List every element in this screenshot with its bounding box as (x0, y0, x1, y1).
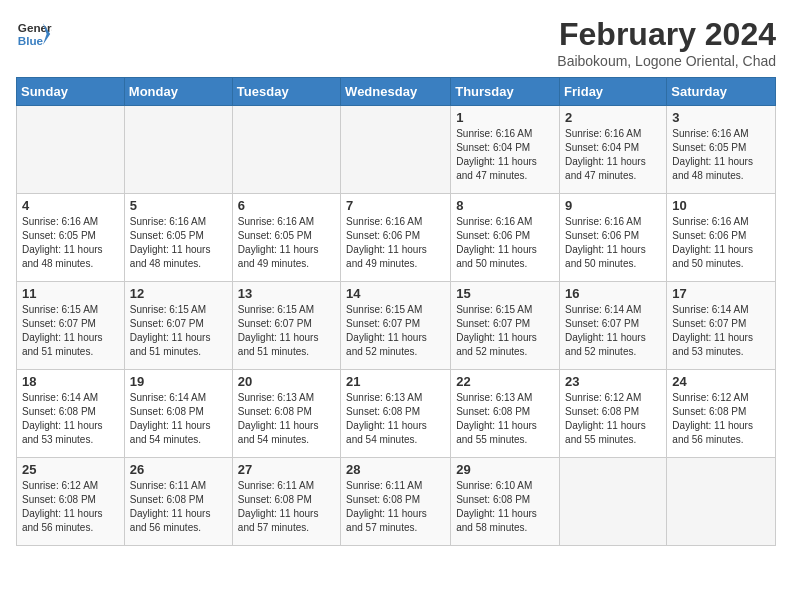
cell-info: Sunrise: 6:12 AM Sunset: 6:08 PM Dayligh… (22, 479, 119, 535)
day-number: 15 (456, 286, 554, 301)
calendar-cell: 9Sunrise: 6:16 AM Sunset: 6:06 PM Daylig… (560, 194, 667, 282)
logo: General Blue (16, 16, 52, 52)
cell-info: Sunrise: 6:16 AM Sunset: 6:05 PM Dayligh… (672, 127, 770, 183)
calendar-week-row: 25Sunrise: 6:12 AM Sunset: 6:08 PM Dayli… (17, 458, 776, 546)
calendar-cell: 6Sunrise: 6:16 AM Sunset: 6:05 PM Daylig… (232, 194, 340, 282)
cell-info: Sunrise: 6:14 AM Sunset: 6:08 PM Dayligh… (22, 391, 119, 447)
cell-info: Sunrise: 6:16 AM Sunset: 6:06 PM Dayligh… (456, 215, 554, 271)
weekday-header-row: SundayMondayTuesdayWednesdayThursdayFrid… (17, 78, 776, 106)
calendar-cell: 3Sunrise: 6:16 AM Sunset: 6:05 PM Daylig… (667, 106, 776, 194)
calendar-cell (232, 106, 340, 194)
day-number: 28 (346, 462, 445, 477)
day-number: 27 (238, 462, 335, 477)
cell-info: Sunrise: 6:16 AM Sunset: 6:04 PM Dayligh… (565, 127, 661, 183)
calendar-cell: 4Sunrise: 6:16 AM Sunset: 6:05 PM Daylig… (17, 194, 125, 282)
calendar-cell: 13Sunrise: 6:15 AM Sunset: 6:07 PM Dayli… (232, 282, 340, 370)
calendar-week-row: 1Sunrise: 6:16 AM Sunset: 6:04 PM Daylig… (17, 106, 776, 194)
calendar-cell (560, 458, 667, 546)
day-number: 18 (22, 374, 119, 389)
day-number: 21 (346, 374, 445, 389)
calendar-cell: 28Sunrise: 6:11 AM Sunset: 6:08 PM Dayli… (341, 458, 451, 546)
cell-info: Sunrise: 6:16 AM Sunset: 6:05 PM Dayligh… (130, 215, 227, 271)
calendar-cell: 5Sunrise: 6:16 AM Sunset: 6:05 PM Daylig… (124, 194, 232, 282)
calendar-cell: 21Sunrise: 6:13 AM Sunset: 6:08 PM Dayli… (341, 370, 451, 458)
cell-info: Sunrise: 6:16 AM Sunset: 6:04 PM Dayligh… (456, 127, 554, 183)
day-number: 16 (565, 286, 661, 301)
calendar-cell (17, 106, 125, 194)
day-number: 9 (565, 198, 661, 213)
day-number: 14 (346, 286, 445, 301)
calendar-cell (341, 106, 451, 194)
day-number: 5 (130, 198, 227, 213)
cell-info: Sunrise: 6:14 AM Sunset: 6:07 PM Dayligh… (672, 303, 770, 359)
title-block: February 2024 Baibokoum, Logone Oriental… (557, 16, 776, 69)
calendar-cell: 1Sunrise: 6:16 AM Sunset: 6:04 PM Daylig… (451, 106, 560, 194)
calendar-cell: 26Sunrise: 6:11 AM Sunset: 6:08 PM Dayli… (124, 458, 232, 546)
cell-info: Sunrise: 6:16 AM Sunset: 6:06 PM Dayligh… (672, 215, 770, 271)
weekday-header-wednesday: Wednesday (341, 78, 451, 106)
calendar-cell: 25Sunrise: 6:12 AM Sunset: 6:08 PM Dayli… (17, 458, 125, 546)
location-subtitle: Baibokoum, Logone Oriental, Chad (557, 53, 776, 69)
day-number: 8 (456, 198, 554, 213)
calendar-cell: 19Sunrise: 6:14 AM Sunset: 6:08 PM Dayli… (124, 370, 232, 458)
cell-info: Sunrise: 6:12 AM Sunset: 6:08 PM Dayligh… (672, 391, 770, 447)
cell-info: Sunrise: 6:16 AM Sunset: 6:06 PM Dayligh… (346, 215, 445, 271)
calendar-cell: 22Sunrise: 6:13 AM Sunset: 6:08 PM Dayli… (451, 370, 560, 458)
weekday-header-thursday: Thursday (451, 78, 560, 106)
cell-info: Sunrise: 6:13 AM Sunset: 6:08 PM Dayligh… (238, 391, 335, 447)
cell-info: Sunrise: 6:13 AM Sunset: 6:08 PM Dayligh… (456, 391, 554, 447)
calendar-cell: 14Sunrise: 6:15 AM Sunset: 6:07 PM Dayli… (341, 282, 451, 370)
day-number: 26 (130, 462, 227, 477)
month-title: February 2024 (557, 16, 776, 53)
cell-info: Sunrise: 6:15 AM Sunset: 6:07 PM Dayligh… (346, 303, 445, 359)
calendar-week-row: 4Sunrise: 6:16 AM Sunset: 6:05 PM Daylig… (17, 194, 776, 282)
calendar-cell: 16Sunrise: 6:14 AM Sunset: 6:07 PM Dayli… (560, 282, 667, 370)
day-number: 2 (565, 110, 661, 125)
cell-info: Sunrise: 6:15 AM Sunset: 6:07 PM Dayligh… (22, 303, 119, 359)
cell-info: Sunrise: 6:16 AM Sunset: 6:05 PM Dayligh… (238, 215, 335, 271)
calendar-cell (667, 458, 776, 546)
page-header: General Blue February 2024 Baibokoum, Lo… (16, 16, 776, 69)
cell-info: Sunrise: 6:14 AM Sunset: 6:07 PM Dayligh… (565, 303, 661, 359)
cell-info: Sunrise: 6:16 AM Sunset: 6:05 PM Dayligh… (22, 215, 119, 271)
calendar-cell: 8Sunrise: 6:16 AM Sunset: 6:06 PM Daylig… (451, 194, 560, 282)
day-number: 4 (22, 198, 119, 213)
day-number: 10 (672, 198, 770, 213)
weekday-header-friday: Friday (560, 78, 667, 106)
day-number: 3 (672, 110, 770, 125)
day-number: 13 (238, 286, 335, 301)
calendar-cell (124, 106, 232, 194)
calendar-week-row: 11Sunrise: 6:15 AM Sunset: 6:07 PM Dayli… (17, 282, 776, 370)
cell-info: Sunrise: 6:11 AM Sunset: 6:08 PM Dayligh… (346, 479, 445, 535)
day-number: 1 (456, 110, 554, 125)
weekday-header-sunday: Sunday (17, 78, 125, 106)
weekday-header-saturday: Saturday (667, 78, 776, 106)
calendar-cell: 20Sunrise: 6:13 AM Sunset: 6:08 PM Dayli… (232, 370, 340, 458)
day-number: 6 (238, 198, 335, 213)
calendar-cell: 11Sunrise: 6:15 AM Sunset: 6:07 PM Dayli… (17, 282, 125, 370)
calendar-cell: 7Sunrise: 6:16 AM Sunset: 6:06 PM Daylig… (341, 194, 451, 282)
cell-info: Sunrise: 6:14 AM Sunset: 6:08 PM Dayligh… (130, 391, 227, 447)
svg-text:Blue: Blue (18, 34, 44, 47)
calendar-cell: 12Sunrise: 6:15 AM Sunset: 6:07 PM Dayli… (124, 282, 232, 370)
calendar-cell: 2Sunrise: 6:16 AM Sunset: 6:04 PM Daylig… (560, 106, 667, 194)
cell-info: Sunrise: 6:10 AM Sunset: 6:08 PM Dayligh… (456, 479, 554, 535)
cell-info: Sunrise: 6:15 AM Sunset: 6:07 PM Dayligh… (238, 303, 335, 359)
weekday-header-monday: Monday (124, 78, 232, 106)
day-number: 23 (565, 374, 661, 389)
day-number: 20 (238, 374, 335, 389)
day-number: 24 (672, 374, 770, 389)
day-number: 12 (130, 286, 227, 301)
day-number: 7 (346, 198, 445, 213)
day-number: 11 (22, 286, 119, 301)
calendar-cell: 17Sunrise: 6:14 AM Sunset: 6:07 PM Dayli… (667, 282, 776, 370)
day-number: 29 (456, 462, 554, 477)
calendar-cell: 18Sunrise: 6:14 AM Sunset: 6:08 PM Dayli… (17, 370, 125, 458)
day-number: 19 (130, 374, 227, 389)
day-number: 17 (672, 286, 770, 301)
cell-info: Sunrise: 6:11 AM Sunset: 6:08 PM Dayligh… (238, 479, 335, 535)
calendar-cell: 10Sunrise: 6:16 AM Sunset: 6:06 PM Dayli… (667, 194, 776, 282)
calendar-table: SundayMondayTuesdayWednesdayThursdayFrid… (16, 77, 776, 546)
calendar-cell: 29Sunrise: 6:10 AM Sunset: 6:08 PM Dayli… (451, 458, 560, 546)
calendar-cell: 24Sunrise: 6:12 AM Sunset: 6:08 PM Dayli… (667, 370, 776, 458)
